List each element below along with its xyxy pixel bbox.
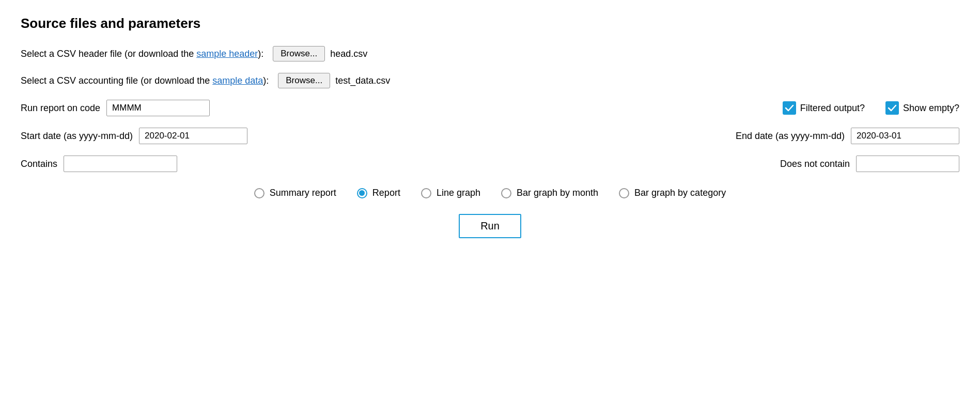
header-browse-button[interactable]: Browse...	[273, 46, 325, 61]
radio-line-graph[interactable]: Line graph	[421, 188, 480, 198]
radio-circle-bar-category[interactable]	[619, 188, 629, 198]
radio-bar-month[interactable]: Bar graph by month	[501, 188, 598, 198]
radio-bar-category[interactable]: Bar graph by category	[619, 188, 726, 198]
radio-label-line-graph: Line graph	[437, 188, 480, 198]
header-file-label: Select a CSV header file (or download th…	[21, 49, 263, 59]
radio-label-report: Report	[372, 188, 400, 198]
header-file-row: Select a CSV header file (or download th…	[21, 46, 959, 61]
code-section: Run report on code	[21, 100, 679, 116]
run-button[interactable]: Run	[459, 214, 521, 238]
date-row: Start date (as yyyy-mm-dd) End date (as …	[21, 128, 959, 144]
show-empty-group: Show empty?	[885, 101, 959, 115]
radio-circle-summary[interactable]	[254, 188, 265, 198]
sample-data-link[interactable]: sample data	[212, 75, 263, 86]
end-date-section: End date (as yyyy-mm-dd)	[736, 128, 959, 144]
run-report-code-input[interactable]	[106, 100, 210, 116]
checkmark-icon	[785, 103, 794, 113]
start-date-section: Start date (as yyyy-mm-dd)	[21, 128, 632, 144]
accounting-filename: test_data.csv	[335, 75, 390, 86]
start-date-label: Start date (as yyyy-mm-dd)	[21, 131, 133, 142]
run-button-container: Run	[21, 214, 959, 238]
code-and-checkboxes-row: Run report on code Filtered output? Show…	[21, 100, 959, 116]
contains-label: Contains	[21, 159, 57, 169]
header-filename: head.csv	[330, 49, 367, 59]
sample-header-link[interactable]: sample header	[196, 49, 258, 59]
filtered-output-label: Filtered output?	[800, 103, 865, 114]
radio-circle-report[interactable]	[357, 188, 367, 198]
show-empty-checkbox[interactable]	[885, 101, 899, 115]
radio-summary-report[interactable]: Summary report	[254, 188, 336, 198]
radio-label-bar-month: Bar graph by month	[517, 188, 598, 198]
checkboxes-section: Filtered output? Show empty?	[783, 101, 959, 115]
radio-report[interactable]: Report	[357, 188, 400, 198]
accounting-file-label: Select a CSV accounting file (or downloa…	[21, 75, 269, 86]
radio-circle-bar-month[interactable]	[501, 188, 511, 198]
show-empty-label: Show empty?	[903, 103, 959, 114]
start-date-input[interactable]	[139, 128, 247, 144]
checkmark-icon-2	[888, 103, 897, 113]
radio-label-bar-category: Bar graph by category	[634, 188, 726, 198]
does-not-contain-label: Does not contain	[780, 159, 850, 169]
does-not-contain-input[interactable]	[856, 156, 959, 172]
page-title: Source files and parameters	[21, 16, 959, 32]
run-report-label: Run report on code	[21, 103, 100, 114]
filtered-output-checkbox[interactable]	[783, 101, 796, 115]
filtered-output-group: Filtered output?	[783, 101, 865, 115]
radio-label-summary: Summary report	[270, 188, 336, 198]
accounting-file-row: Select a CSV accounting file (or downloa…	[21, 73, 959, 88]
end-date-label: End date (as yyyy-mm-dd)	[736, 131, 845, 142]
contains-row: Contains Does not contain	[21, 156, 959, 172]
does-not-contain-section: Does not contain	[780, 156, 959, 172]
contains-section: Contains	[21, 156, 677, 172]
radio-circle-line-graph[interactable]	[421, 188, 431, 198]
report-type-row: Summary report Report Line graph Bar gra…	[21, 188, 959, 198]
end-date-input[interactable]	[851, 128, 959, 144]
contains-input[interactable]	[64, 156, 177, 172]
accounting-browse-button[interactable]: Browse...	[278, 73, 330, 88]
